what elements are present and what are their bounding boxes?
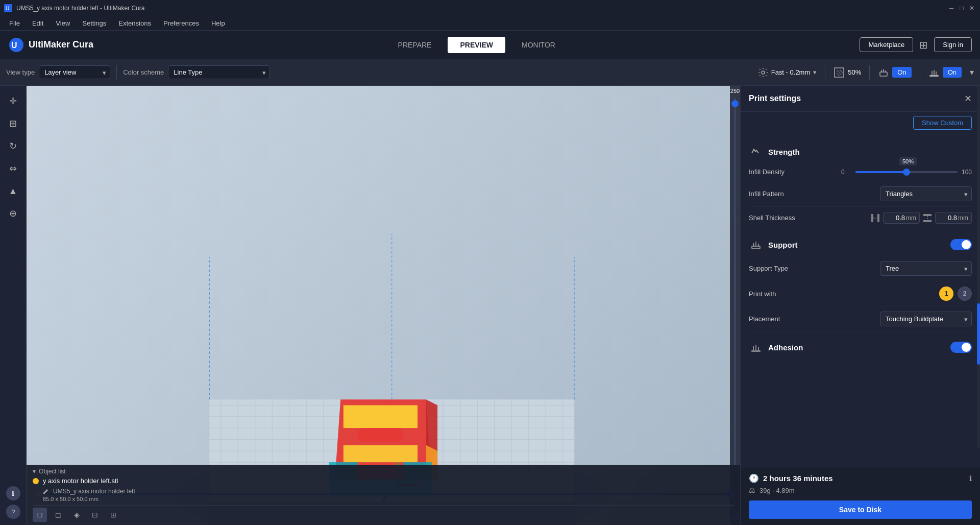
infill-item[interactable]: 50% bbox=[834, 67, 861, 78]
infill-pattern-select-wrapper: Grid Lines Triangles Tri Hexagon Cubic bbox=[880, 186, 972, 201]
top-nav: U UltiMaker Cura PREPARE PREVIEW MONITOR… bbox=[0, 31, 980, 59]
object-sub: UMS5_y axis motor holder left bbox=[33, 487, 734, 496]
svg-rect-6 bbox=[880, 72, 887, 76]
print-with-label: Print with bbox=[749, 290, 935, 298]
adhesion-icon bbox=[749, 340, 763, 354]
tab-monitor[interactable]: MONITOR bbox=[509, 37, 568, 53]
profile-name: Fast - 0.2mm bbox=[771, 68, 811, 76]
close-button[interactable]: ✕ bbox=[968, 4, 976, 12]
toolbar-expand-button[interactable]: ▾ bbox=[970, 67, 974, 77]
print-time: 2 hours 36 minutes bbox=[763, 474, 833, 483]
object-name: UMS5_y axis motor holder left bbox=[53, 488, 135, 495]
infill-pattern-select[interactable]: Grid Lines Triangles Tri Hexagon Cubic bbox=[880, 186, 972, 201]
show-custom-button[interactable]: Show Custom bbox=[913, 116, 972, 130]
panel-scrollbar-thumb[interactable] bbox=[977, 303, 980, 365]
time-info-button[interactable]: ℹ bbox=[969, 474, 972, 483]
top-thickness-unit: mm bbox=[958, 214, 968, 222]
minimize-button[interactable]: ─ bbox=[947, 4, 955, 12]
view-layer-button[interactable]: ⊡ bbox=[88, 508, 102, 522]
menu-file[interactable]: File bbox=[4, 18, 25, 28]
svg-rect-7 bbox=[929, 75, 939, 77]
viewport[interactable]: Ultimaker S5 bbox=[27, 86, 740, 525]
save-to-disk-button[interactable]: Save to Disk bbox=[749, 500, 972, 519]
color-scheme-group: Color scheme Line Type Speed Material Co… bbox=[123, 65, 270, 79]
adhesion-toggle[interactable] bbox=[950, 342, 972, 353]
support-type-select[interactable]: Normal Tree bbox=[880, 261, 972, 276]
toolbar-right: Fast - 0.2mm ▾ 50% On On ▾ bbox=[758, 65, 974, 80]
placement-row: Placement Everywhere Touching Buildplate bbox=[749, 306, 972, 332]
wall-thickness-input[interactable] bbox=[887, 214, 905, 222]
svg-rect-48 bbox=[344, 445, 418, 463]
layer-top-thumb[interactable] bbox=[731, 100, 739, 107]
infill-density-thumb[interactable]: 50% bbox=[903, 169, 910, 176]
support-tool-button[interactable]: ▲ bbox=[4, 182, 22, 200]
object-color-dot bbox=[33, 478, 39, 484]
extruder-1-button[interactable]: 1 bbox=[939, 287, 953, 301]
mirror-tool-button[interactable]: ⇔ bbox=[4, 159, 22, 178]
menu-extensions[interactable]: Extensions bbox=[113, 18, 156, 28]
support-section-icon bbox=[749, 237, 763, 252]
toolbar-divider-1 bbox=[116, 65, 117, 80]
logo: U UltiMaker Cura bbox=[8, 37, 93, 53]
support-item[interactable]: On bbox=[878, 67, 911, 78]
toolbar-divider-4 bbox=[920, 65, 920, 80]
view-xray-button[interactable]: ◈ bbox=[69, 508, 84, 522]
maximize-button[interactable]: □ bbox=[958, 4, 966, 12]
view-wireframe-button[interactable]: ◻ bbox=[51, 508, 65, 522]
menu-edit[interactable]: Edit bbox=[27, 18, 48, 28]
menu-preferences[interactable]: Preferences bbox=[158, 18, 204, 28]
infill-density-fill bbox=[855, 171, 906, 173]
menu-help[interactable]: Help bbox=[206, 18, 230, 28]
object-list-toggle[interactable]: ▾ Object list bbox=[33, 468, 734, 475]
tab-prepare[interactable]: PREPARE bbox=[386, 37, 444, 53]
menu-view[interactable]: View bbox=[51, 18, 75, 28]
view-type-select-wrapper: Layer view Solid view X-Ray view bbox=[39, 65, 110, 79]
object-dimensions: 85.0 x 50.0 x 50.0 mm bbox=[43, 496, 734, 502]
object-filename: y axis motor holder left.stl bbox=[43, 477, 118, 485]
support-toggle[interactable] bbox=[950, 239, 972, 250]
print-settings-panel: Print settings ✕ Show Custom Strength bbox=[740, 86, 980, 525]
support-on-badge: On bbox=[892, 67, 911, 78]
color-scheme-label: Color scheme bbox=[123, 68, 164, 76]
merge-tool-button[interactable]: ⊕ bbox=[4, 204, 22, 223]
view-support-button[interactable]: ⊞ bbox=[106, 508, 120, 522]
view-solid-button[interactable]: □ bbox=[33, 508, 47, 522]
menu-settings[interactable]: Settings bbox=[77, 18, 111, 28]
layer-slider[interactable]: 250 bbox=[730, 86, 740, 525]
signin-button[interactable]: Sign in bbox=[934, 37, 972, 52]
layer-top-number: 250 bbox=[728, 86, 740, 96]
rotate-tool-button[interactable]: ↻ bbox=[4, 137, 22, 155]
info-button[interactable]: ℹ bbox=[6, 486, 20, 500]
adhesion-item[interactable]: On bbox=[928, 67, 962, 78]
support-section: Support Support Type Normal Tree bbox=[749, 231, 972, 332]
panel-close-button[interactable]: ✕ bbox=[964, 93, 972, 104]
chevron-down-icon: ▾ bbox=[33, 468, 36, 475]
layer-track bbox=[734, 98, 736, 523]
show-custom-area: Show Custom bbox=[749, 112, 972, 134]
top-value-group: mm bbox=[935, 212, 972, 224]
move-tool-button[interactable]: ✛ bbox=[4, 92, 22, 110]
panel-scrollbar[interactable] bbox=[977, 86, 980, 448]
adhesion-on-badge: On bbox=[943, 67, 962, 78]
weight-text: 39g · 4.89m bbox=[760, 487, 795, 494]
view-type-label: View type bbox=[6, 68, 35, 76]
tab-preview[interactable]: PREVIEW bbox=[448, 37, 505, 53]
help-button[interactable]: ? bbox=[6, 505, 20, 519]
placement-select[interactable]: Everywhere Touching Buildplate bbox=[880, 312, 972, 326]
panel-header: Print settings ✕ bbox=[741, 86, 980, 112]
profile-selector[interactable]: Fast - 0.2mm ▾ bbox=[758, 67, 817, 78]
marketplace-button[interactable]: Marketplace bbox=[860, 37, 913, 52]
svg-rect-66 bbox=[752, 246, 760, 249]
adhesion-toggle-thumb bbox=[962, 343, 971, 352]
view-type-select[interactable]: Layer view Solid view X-Ray view bbox=[39, 65, 110, 79]
nav-right: Marketplace ⊞ Sign in bbox=[860, 37, 972, 52]
infill-density-slider[interactable]: 50% bbox=[855, 171, 958, 173]
extruder-2-button[interactable]: 2 bbox=[958, 287, 972, 301]
top-thickness-input[interactable] bbox=[939, 214, 957, 222]
color-scheme-select[interactable]: Line Type Speed Material Color bbox=[168, 65, 270, 79]
apps-icon[interactable]: ⊞ bbox=[919, 39, 928, 51]
view-type-group: View type Layer view Solid view X-Ray vi… bbox=[6, 65, 110, 79]
logo-text: UltiMaker Cura bbox=[29, 39, 93, 50]
shell-thickness-label: Shell Thickness bbox=[749, 214, 867, 222]
scale-tool-button[interactable]: ⊞ bbox=[4, 114, 22, 133]
